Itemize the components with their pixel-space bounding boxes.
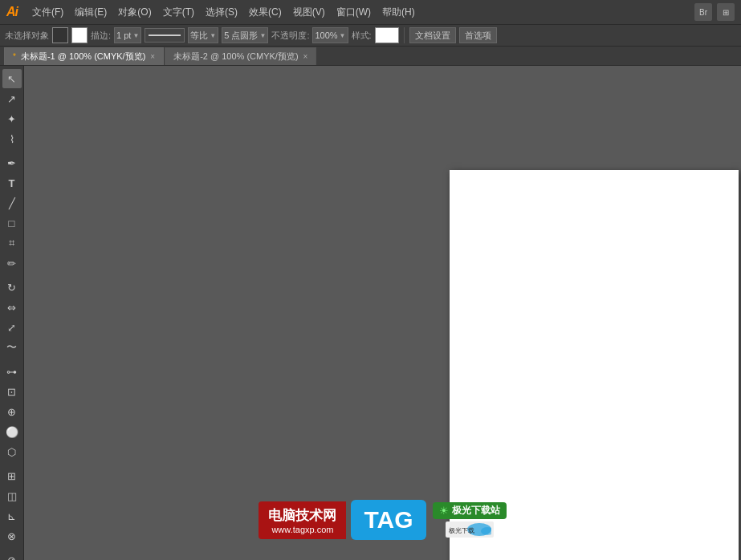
tab-2-label: 未标题-2 @ 100% (CMYK/预览) [173, 51, 298, 63]
perspective-grid-tool[interactable]: ⬡ [2, 442, 22, 461]
warp-tool[interactable]: 〜 [2, 338, 22, 357]
reflect-tool[interactable]: ⇔ [2, 298, 22, 317]
stroke-label: 描边: [91, 30, 111, 42]
menu-help[interactable]: 帮助(H) [377, 4, 420, 21]
title-bar-right: Br ⊞ [694, 3, 735, 21]
document-canvas [450, 170, 739, 560]
menu-bar: 文件(F) 编辑(E) 对象(O) 文字(T) 选择(S) 效果(C) 视图(V… [27, 4, 690, 21]
title-bar: Ai 文件(F) 编辑(E) 对象(O) 文字(T) 选择(S) 效果(C) 视… [0, 0, 741, 24]
opacity-dropdown[interactable]: 100% ▼ [312, 27, 348, 43]
stroke-line-preview [145, 28, 185, 43]
magic-wand-tool[interactable]: ✦ [2, 109, 22, 128]
scale-tool[interactable]: ⤢ [2, 318, 22, 337]
pen-tool[interactable]: ✒ [2, 153, 22, 172]
no-selection-label: 未选择对象 [5, 30, 49, 42]
preferences-button[interactable]: 首选项 [459, 27, 497, 43]
canvas-area[interactable]: 电脑技术网 www.tagxp.com TAG ☀ 极光下载站 [24, 66, 741, 560]
blend-tool[interactable]: ⊗ [2, 526, 22, 546]
watermark-site-url: www.tagxp.com [271, 525, 333, 534]
rotate-tool[interactable]: ↻ [2, 278, 22, 297]
tab-document-2[interactable]: 未标题-2 @ 100% (CMYK/预览) × [165, 47, 316, 65]
lasso-tool[interactable]: ⌇ [2, 129, 22, 148]
shape-builder-tool[interactable]: ⊕ [2, 402, 22, 421]
live-paint-tool[interactable]: ⚪ [2, 422, 22, 441]
mesh-tool[interactable]: ⊞ [2, 466, 22, 485]
stroke-weight-dropdown[interactable]: 1 pt ▼ [114, 27, 141, 43]
toolbox: ↖ ↗ ✦ ⌇ ✒ T ╱ □ ⌗ ✏ ↻ ⇔ ⤢ 〜 ⊶ ⊡ ⊕ ⚪ ⬡ ⊞ … [0, 66, 24, 560]
menu-edit[interactable]: 编辑(E) [70, 4, 112, 21]
menu-file[interactable]: 文件(F) [27, 4, 68, 21]
free-transform-tool[interactable]: ⊡ [2, 382, 22, 401]
paintbrush-tool[interactable]: ⌗ [2, 233, 22, 253]
tab-1-close[interactable]: × [150, 53, 155, 61]
width-tool[interactable]: ⊶ [2, 362, 22, 381]
equal-dropdown[interactable]: 等比 ▼ [188, 27, 218, 43]
tab-1-modified-indicator: * [13, 52, 16, 61]
separator-1 [404, 27, 405, 43]
menu-object[interactable]: 对象(O) [113, 4, 156, 21]
tab-1-label: 未标题-1 @ 100% (CMYK/预览) [21, 51, 145, 63]
ai-logo: Ai [6, 5, 18, 19]
brush-dropdown[interactable]: 5 点圆形 ▼ [222, 27, 268, 43]
eyedropper-tool[interactable]: ⊾ [2, 506, 22, 526]
watermark-site-name: 电脑技术网 [268, 506, 336, 525]
menu-type[interactable]: 文字(T) [158, 4, 199, 21]
shape-tool[interactable]: □ [2, 213, 22, 233]
watermark-tag-label: TAG [364, 506, 413, 533]
fill-swatch[interactable] [52, 27, 68, 43]
type-tool[interactable]: T [2, 173, 22, 193]
style-swatch[interactable] [375, 27, 399, 43]
pencil-tool[interactable]: ✏ [2, 254, 22, 273]
selection-tool[interactable]: ↖ [2, 69, 22, 88]
doc-setup-button[interactable]: 文档设置 [409, 27, 456, 43]
opacity-label: 不透明度: [271, 30, 309, 42]
menu-view[interactable]: 视图(V) [288, 4, 330, 21]
menu-window[interactable]: 窗口(W) [332, 4, 376, 21]
stroke-swatch[interactable] [71, 27, 88, 43]
menu-effect[interactable]: 效果(C) [244, 4, 287, 21]
main-area: ↖ ↗ ✦ ⌇ ✒ T ╱ □ ⌗ ✏ ↻ ⇔ ⤢ 〜 ⊶ ⊡ ⊕ ⚪ ⬡ ⊞ … [0, 66, 741, 560]
direct-selection-tool[interactable]: ↗ [2, 89, 22, 108]
menu-select[interactable]: 选择(S) [201, 4, 242, 21]
line-tool[interactable]: ╱ [2, 193, 22, 213]
bridge-icon[interactable]: Br [694, 3, 712, 21]
tab-2-close[interactable]: × [303, 53, 308, 61]
control-bar: 未选择对象 描边: 1 pt ▼ 等比 ▼ 5 点圆形 ▼ 不透明度: 100%… [0, 24, 741, 47]
style-label: 样式: [352, 30, 372, 42]
symbol-sprayer-tool[interactable]: ⊘ [2, 550, 22, 560]
gradient-tool[interactable]: ◫ [2, 486, 22, 505]
workspace-icon[interactable]: ⊞ [717, 3, 735, 21]
tab-document-1[interactable]: * 未标题-1 @ 100% (CMYK/预览) × [4, 47, 164, 65]
tab-bar: * 未标题-1 @ 100% (CMYK/预览) × 未标题-2 @ 100% … [0, 47, 741, 66]
